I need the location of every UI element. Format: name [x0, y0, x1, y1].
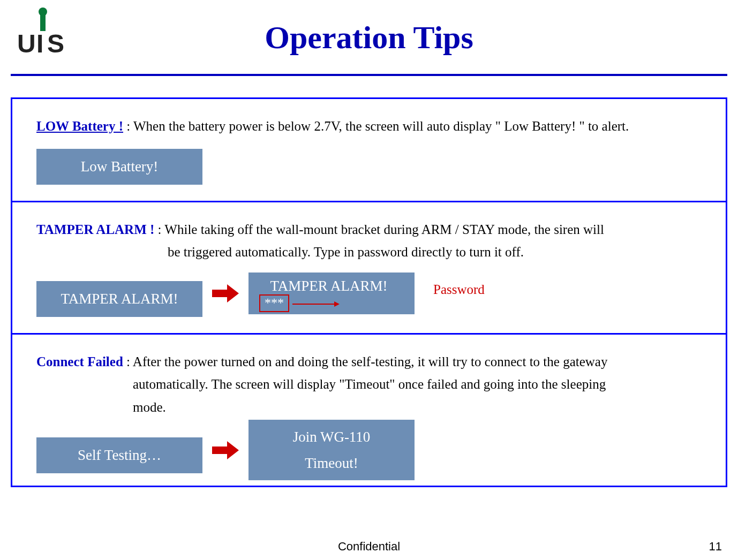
- lcd-self-testing: Self Testing…: [36, 437, 202, 473]
- low-battery-desc: : When the battery power is below 2.7V, …: [123, 119, 629, 133]
- lcd-tamper-2: TAMPER ALARM! ***: [248, 273, 415, 314]
- password-callout-line: [292, 304, 337, 305]
- page-title: Operation Tips: [11, 19, 727, 56]
- arrow-icon: [212, 440, 239, 460]
- svg-text:I: I: [36, 29, 43, 58]
- password-annotation: Password: [433, 282, 485, 297]
- connect-row: Self Testing… Join WG-110 Timeout!: [36, 420, 710, 480]
- low-battery-label: LOW Battery !: [36, 119, 123, 133]
- arrow-icon: [212, 283, 239, 304]
- section-low-battery: LOW Battery ! : When the battery power i…: [12, 99, 726, 202]
- uis-logo-icon: U I S: [11, 5, 75, 59]
- tamper-desc-2: be triggered automatically. Type in pass…: [168, 241, 710, 264]
- tamper-desc-1: : While taking off the wall-mount bracke…: [154, 222, 604, 237]
- tamper-text: TAMPER ALARM ! : While taking off the wa…: [36, 218, 710, 264]
- lcd-tamper-2-wrap: TAMPER ALARM! *** Password: [248, 273, 415, 314]
- svg-rect-1: [40, 15, 46, 31]
- password-stars: ***: [259, 294, 289, 312]
- uis-logo: U I S: [11, 5, 75, 59]
- section-connect-failed: Connect Failed : After the power turned …: [12, 335, 726, 486]
- lcd-tamper-1: TAMPER ALARM!: [36, 281, 202, 317]
- tamper-row: TAMPER ALARM! TAMPER ALARM! *** Password: [36, 270, 710, 317]
- section-tamper: TAMPER ALARM ! : While taking off the wa…: [12, 202, 726, 335]
- connect-label: Connect Failed: [36, 354, 123, 369]
- connect-desc-2: automatically. The screen will display "…: [133, 373, 710, 396]
- footer-confidential: Confidential: [0, 540, 738, 554]
- slide-header: U I S Operation Tips: [11, 5, 727, 70]
- content-box: LOW Battery ! : When the battery power i…: [11, 97, 727, 487]
- svg-marker-6: [212, 441, 239, 459]
- password-callout-arrowhead: [334, 301, 340, 307]
- svg-marker-5: [212, 284, 239, 302]
- svg-text:U: U: [17, 29, 36, 58]
- lcd-join-line2: Timeout!: [265, 450, 398, 476]
- lcd-join-timeout: Join WG-110 Timeout!: [248, 420, 415, 480]
- svg-point-0: [39, 7, 47, 16]
- svg-text:S: S: [47, 29, 64, 58]
- low-battery-text: LOW Battery ! : When the battery power i…: [36, 115, 710, 138]
- connect-text: Connect Failed : After the power turned …: [36, 351, 710, 419]
- lcd-tamper-2-text: TAMPER ALARM!: [259, 278, 398, 294]
- connect-desc-3: mode.: [133, 396, 710, 419]
- page-number: 11: [709, 540, 722, 554]
- tamper-label: TAMPER ALARM !: [36, 222, 154, 237]
- lcd-join-line1: Join WG-110: [265, 424, 398, 450]
- connect-desc-1: : After the power turned on and doing th…: [123, 354, 608, 369]
- lcd-low-battery: Low Battery!: [36, 149, 202, 185]
- title-divider: [11, 74, 727, 76]
